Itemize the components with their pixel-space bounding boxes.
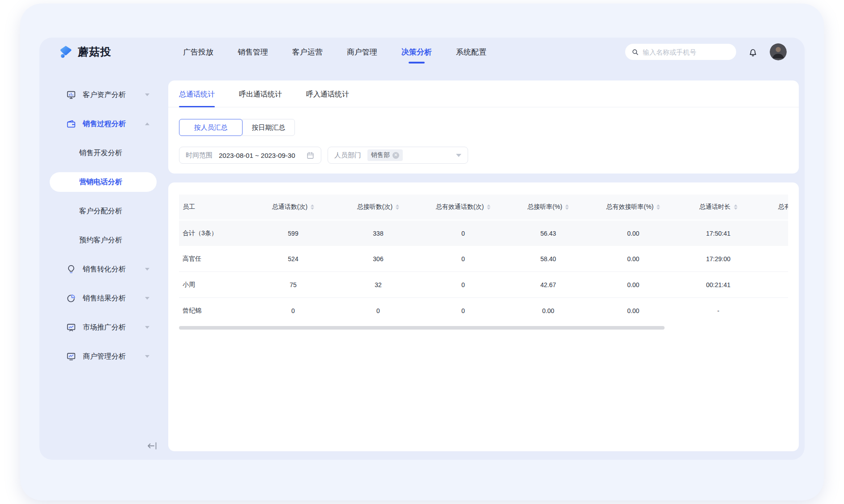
sidebar-group-label: 销售结果分析 xyxy=(83,294,126,303)
select-caret-icon xyxy=(456,154,461,157)
sidebar-group-sales-conversion[interactable]: 销售转化分析 xyxy=(39,259,166,279)
chevron-down-icon xyxy=(145,355,149,358)
department-tag: 销售部 ✕ xyxy=(367,149,403,161)
col-header-total-calls[interactable]: 总通话数(次) xyxy=(251,195,336,220)
page-panel: 蘑菇投 广告投放 销售管理 客户运营 商户管理 决策分析 系统配置 xyxy=(20,4,824,500)
search-input[interactable] xyxy=(643,48,730,56)
col-header-employee: 员工 xyxy=(179,195,251,220)
nav-right xyxy=(625,43,787,60)
sort-icon[interactable] xyxy=(565,204,569,210)
table-header-row: 员工 总通话数(次) 总接听数(次) 总有效通话数(次) xyxy=(179,195,788,220)
top-nav: 蘑菇投 广告投放 销售管理 客户运营 商户管理 决策分析 系统配置 xyxy=(39,38,805,66)
user-avatar[interactable] xyxy=(770,43,787,60)
nav-item-sales[interactable]: 销售管理 xyxy=(238,44,268,60)
main-content: 总通话统计 呼出通话统计 呼入通话统计 按人员汇总 按日期汇总 时间范围 202… xyxy=(168,66,799,460)
chevron-up-icon xyxy=(145,123,149,125)
date-range-picker[interactable]: 时间范围 2023-08-01 ~ 2023-09-30 xyxy=(179,147,321,164)
nav-item-system-config[interactable]: 系统配置 xyxy=(456,44,486,60)
brand-name: 蘑菇投 xyxy=(78,45,111,59)
date-range-label: 时间范围 xyxy=(186,151,213,160)
sidebar-group-label: 商户管理分析 xyxy=(83,352,126,361)
brand-logo[interactable]: 蘑菇投 xyxy=(58,44,111,59)
sidebar-item-sales-development[interactable]: 销售开发分析 xyxy=(39,143,166,163)
filter-card: 总通话统计 呼出通话统计 呼入通话统计 按人员汇总 按日期汇总 时间范围 202… xyxy=(168,80,799,174)
nav-item-customer-ops[interactable]: 客户运营 xyxy=(292,44,323,60)
col-header-answered[interactable]: 总接听数(次) xyxy=(336,195,421,220)
table-card: 员工 总通话数(次) 总接听数(次) 总有效通话数(次) xyxy=(168,182,799,451)
bulb-icon xyxy=(66,264,76,274)
chevron-down-icon xyxy=(145,268,149,271)
app-window: 蘑菇投 广告投放 销售管理 客户运营 商户管理 决策分析 系统配置 xyxy=(39,38,805,460)
tab-total-calls[interactable]: 总通话统计 xyxy=(179,90,215,107)
department-label: 人员部门 xyxy=(334,151,361,160)
table-row-total: 合计（3条） 599 338 0 56.43 0.00 17:50:41 xyxy=(179,220,788,246)
toggle-by-date-button[interactable]: 按日期汇总 xyxy=(242,119,295,136)
sort-icon[interactable] xyxy=(311,204,314,210)
sidebar-item-customer-allocation[interactable]: 客户分配分析 xyxy=(39,201,166,221)
pie-chart-icon xyxy=(66,293,76,303)
col-header-valid-answer-rate[interactable]: 总有效接听率(%) xyxy=(591,195,676,220)
sidebar-group-market-promotion[interactable]: 市场推广分析 xyxy=(39,318,166,337)
sort-icon[interactable] xyxy=(734,204,737,210)
chevron-down-icon xyxy=(145,297,149,300)
sort-icon[interactable] xyxy=(396,204,399,210)
department-tag-text: 销售部 xyxy=(371,151,390,159)
sidebar-group-customer-assets[interactable]: 客户资产分析 xyxy=(39,85,166,105)
stats-table: 员工 总通话数(次) 总接听数(次) 总有效通话数(次) xyxy=(179,195,788,323)
sidebar-item-marketing-calls[interactable]: 营销电话分析 xyxy=(50,172,157,192)
scrollbar-thumb[interactable] xyxy=(179,326,665,330)
sidebar-collapse-icon[interactable] xyxy=(147,442,158,452)
search-icon xyxy=(631,48,639,56)
sidebar-group-label: 市场推广分析 xyxy=(83,323,126,332)
sidebar-group-merchant-management[interactable]: 商户管理分析 xyxy=(39,347,166,366)
nav-item-decision-analysis[interactable]: 决策分析 xyxy=(401,44,432,60)
filter-row: 时间范围 2023-08-01 ~ 2023-09-30 人员部门 xyxy=(179,147,799,164)
calendar-icon xyxy=(306,151,315,160)
chevron-down-icon xyxy=(145,93,149,96)
col-header-valid-calls[interactable]: 总有效通话数(次) xyxy=(421,195,506,220)
tab-outbound-calls[interactable]: 呼出通话统计 xyxy=(239,90,282,107)
nav-links: 广告投放 销售管理 客户运营 商户管理 决策分析 系统配置 xyxy=(183,44,486,60)
tag-remove-icon[interactable]: ✕ xyxy=(392,152,399,159)
wallet-icon xyxy=(66,119,76,129)
tab-inbound-calls[interactable]: 呼入通话统计 xyxy=(306,90,349,107)
global-search[interactable] xyxy=(625,44,736,60)
notification-bell-icon[interactable] xyxy=(748,47,758,57)
presentation-chart-icon xyxy=(66,322,76,332)
sidebar-group-label: 销售过程分析 xyxy=(83,119,126,129)
sidebar: 客户资产分析 销售过程分析 销售开发分析 xyxy=(39,66,166,460)
col-header-valid-duration-clipped[interactable]: 总有效通话时长 xyxy=(761,195,788,220)
toggle-by-person-button[interactable]: 按人员汇总 xyxy=(179,119,243,136)
table-row: 小周 75 32 0 42.67 0.00 00:21:41 xyxy=(179,272,788,298)
stat-tabs: 总通话统计 呼出通话统计 呼入通话统计 xyxy=(168,80,799,107)
sidebar-group-sales-results[interactable]: 销售结果分析 xyxy=(39,288,166,308)
col-header-answer-rate[interactable]: 总接听率(%) xyxy=(506,195,591,220)
sort-icon[interactable] xyxy=(487,204,490,210)
brand-icon xyxy=(58,44,73,59)
nav-item-ads[interactable]: 广告投放 xyxy=(183,44,213,60)
table-row: 曾纪锦 0 0 0 0.00 0.00 - xyxy=(179,298,788,323)
date-range-value: 2023-08-01 ~ 2023-09-30 xyxy=(219,152,295,159)
table-row: 高官任 524 306 0 58.40 0.00 17:29:00 xyxy=(179,246,788,272)
sort-icon[interactable] xyxy=(656,204,660,210)
board-chart-icon xyxy=(66,352,76,361)
sidebar-group-sales-process[interactable]: 销售过程分析 xyxy=(39,114,166,134)
horizontal-scrollbar xyxy=(179,326,788,330)
nav-item-merchant[interactable]: 商户管理 xyxy=(347,44,377,60)
chevron-down-icon xyxy=(145,326,149,329)
monitor-chart-icon xyxy=(66,90,76,100)
summary-toggle: 按人员汇总 按日期汇总 xyxy=(179,119,799,136)
sidebar-group-label: 销售转化分析 xyxy=(83,265,126,274)
col-header-total-duration[interactable]: 总通话时长 xyxy=(676,195,761,220)
department-select[interactable]: 人员部门 销售部 ✕ xyxy=(328,147,468,164)
sidebar-group-label: 客户资产分析 xyxy=(83,90,126,100)
sidebar-item-reserved-customers[interactable]: 预约客户分析 xyxy=(39,230,166,250)
